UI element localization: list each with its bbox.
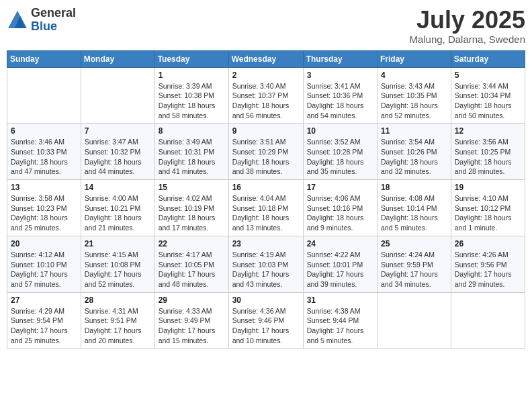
calendar-cell: 30Sunrise: 4:36 AM Sunset: 9:46 PM Dayli… — [228, 292, 303, 349]
day-number: 3 — [307, 71, 373, 80]
calendar-cell — [378, 292, 451, 349]
day-number: 8 — [159, 126, 225, 136]
day-info: Sunrise: 4:04 AM Sunset: 10:18 PM Daylig… — [232, 193, 300, 233]
calendar-cell: 9Sunrise: 3:51 AM Sunset: 10:29 PM Dayli… — [228, 124, 303, 180]
day-number: 15 — [159, 183, 225, 192]
calendar-cell: 17Sunrise: 4:06 AM Sunset: 10:16 PM Dayl… — [303, 180, 377, 236]
calendar-cell: 13Sunrise: 3:58 AM Sunset: 10:23 PM Dayl… — [7, 180, 81, 236]
day-info: Sunrise: 4:22 AM Sunset: 10:01 PM Daylig… — [307, 250, 373, 289]
calendar-cell: 12Sunrise: 3:56 AM Sunset: 10:25 PM Dayl… — [451, 124, 525, 180]
logo: General Blue — [7, 7, 76, 34]
logo-icon — [7, 9, 28, 31]
calendar-cell — [81, 67, 154, 124]
day-number: 31 — [307, 295, 373, 305]
day-info: Sunrise: 3:39 AM Sunset: 10:38 PM Daylig… — [159, 81, 225, 121]
day-info: Sunrise: 4:12 AM Sunset: 10:10 PM Daylig… — [11, 250, 77, 289]
calendar-cell: 23Sunrise: 4:19 AM Sunset: 10:03 PM Dayl… — [228, 236, 303, 292]
calendar-cell: 19Sunrise: 4:10 AM Sunset: 10:12 PM Dayl… — [451, 180, 525, 236]
day-info: Sunrise: 4:29 AM Sunset: 9:54 PM Dayligh… — [11, 306, 77, 346]
calendar-header-friday: Friday — [378, 50, 451, 67]
day-info: Sunrise: 4:33 AM Sunset: 9:49 PM Dayligh… — [159, 306, 225, 346]
day-info: Sunrise: 4:08 AM Sunset: 10:14 PM Daylig… — [381, 193, 447, 233]
day-number: 30 — [232, 295, 300, 305]
calendar-header-wednesday: Wednesday — [228, 50, 303, 67]
calendar-cell: 27Sunrise: 4:29 AM Sunset: 9:54 PM Dayli… — [7, 292, 81, 349]
day-number: 19 — [455, 183, 521, 192]
day-number: 22 — [159, 239, 225, 248]
day-info: Sunrise: 3:43 AM Sunset: 10:35 PM Daylig… — [381, 81, 447, 121]
calendar-cell: 5Sunrise: 3:44 AM Sunset: 10:34 PM Dayli… — [451, 67, 525, 124]
calendar-cell: 3Sunrise: 3:41 AM Sunset: 10:36 PM Dayli… — [303, 67, 377, 124]
day-info: Sunrise: 4:17 AM Sunset: 10:05 PM Daylig… — [159, 250, 225, 289]
calendar-header-saturday: Saturday — [451, 50, 525, 67]
day-info: Sunrise: 3:58 AM Sunset: 10:23 PM Daylig… — [11, 193, 77, 233]
day-info: Sunrise: 3:44 AM Sunset: 10:34 PM Daylig… — [455, 81, 521, 121]
day-number: 25 — [381, 239, 447, 248]
day-info: Sunrise: 3:49 AM Sunset: 10:31 PM Daylig… — [159, 137, 225, 177]
calendar-header-row: SundayMondayTuesdayWednesdayThursdayFrid… — [7, 50, 525, 67]
calendar-cell: 24Sunrise: 4:22 AM Sunset: 10:01 PM Dayl… — [303, 236, 377, 292]
calendar-header-tuesday: Tuesday — [154, 50, 228, 67]
calendar-week-row: 27Sunrise: 4:29 AM Sunset: 9:54 PM Dayli… — [7, 292, 525, 349]
calendar-cell: 4Sunrise: 3:43 AM Sunset: 10:35 PM Dayli… — [378, 67, 451, 124]
day-number: 2 — [232, 71, 300, 80]
day-number: 4 — [381, 71, 447, 80]
calendar-week-row: 13Sunrise: 3:58 AM Sunset: 10:23 PM Dayl… — [7, 180, 525, 236]
calendar-cell: 29Sunrise: 4:33 AM Sunset: 9:49 PM Dayli… — [154, 292, 228, 349]
day-info: Sunrise: 4:38 AM Sunset: 9:44 PM Dayligh… — [307, 306, 373, 346]
day-info: Sunrise: 3:56 AM Sunset: 10:25 PM Daylig… — [455, 137, 521, 177]
day-info: Sunrise: 4:31 AM Sunset: 9:51 PM Dayligh… — [85, 306, 151, 346]
calendar-header-thursday: Thursday — [303, 50, 377, 67]
day-number: 13 — [11, 183, 77, 192]
calendar-cell: 8Sunrise: 3:49 AM Sunset: 10:31 PM Dayli… — [154, 124, 228, 180]
day-info: Sunrise: 3:41 AM Sunset: 10:36 PM Daylig… — [307, 81, 373, 121]
calendar-cell: 31Sunrise: 4:38 AM Sunset: 9:44 PM Dayli… — [303, 292, 377, 349]
logo-general: General — [31, 7, 76, 20]
day-info: Sunrise: 3:46 AM Sunset: 10:33 PM Daylig… — [11, 137, 77, 177]
day-number: 10 — [307, 126, 373, 136]
calendar-cell: 22Sunrise: 4:17 AM Sunset: 10:05 PM Dayl… — [154, 236, 228, 292]
day-number: 23 — [232, 239, 300, 248]
month-year-title: July 2025 — [409, 7, 525, 34]
calendar-header-sunday: Sunday — [7, 50, 81, 67]
day-number: 5 — [455, 71, 521, 80]
day-info: Sunrise: 3:47 AM Sunset: 10:32 PM Daylig… — [85, 137, 151, 177]
day-number: 20 — [11, 239, 77, 248]
calendar-cell: 6Sunrise: 3:46 AM Sunset: 10:33 PM Dayli… — [7, 124, 81, 180]
day-number: 29 — [159, 295, 225, 305]
calendar-cell: 18Sunrise: 4:08 AM Sunset: 10:14 PM Dayl… — [378, 180, 451, 236]
day-number: 26 — [455, 239, 521, 248]
day-info: Sunrise: 4:15 AM Sunset: 10:08 PM Daylig… — [85, 250, 151, 289]
calendar-cell: 28Sunrise: 4:31 AM Sunset: 9:51 PM Dayli… — [81, 292, 154, 349]
day-info: Sunrise: 4:10 AM Sunset: 10:12 PM Daylig… — [455, 193, 521, 233]
calendar-cell: 21Sunrise: 4:15 AM Sunset: 10:08 PM Dayl… — [81, 236, 154, 292]
day-number: 6 — [11, 126, 77, 136]
day-info: Sunrise: 4:36 AM Sunset: 9:46 PM Dayligh… — [232, 306, 300, 346]
page-header: General Blue July 2025 Malung, Dalarna, … — [7, 7, 525, 45]
day-number: 18 — [381, 183, 447, 192]
day-number: 14 — [85, 183, 151, 192]
calendar-cell: 11Sunrise: 3:54 AM Sunset: 10:26 PM Dayl… — [378, 124, 451, 180]
calendar-cell: 14Sunrise: 4:00 AM Sunset: 10:21 PM Dayl… — [81, 180, 154, 236]
day-number: 1 — [159, 71, 225, 80]
day-info: Sunrise: 4:06 AM Sunset: 10:16 PM Daylig… — [307, 193, 373, 233]
calendar-cell: 25Sunrise: 4:24 AM Sunset: 9:59 PM Dayli… — [378, 236, 451, 292]
day-info: Sunrise: 4:19 AM Sunset: 10:03 PM Daylig… — [232, 250, 300, 289]
calendar-week-row: 20Sunrise: 4:12 AM Sunset: 10:10 PM Dayl… — [7, 236, 525, 292]
title-block: July 2025 Malung, Dalarna, Sweden — [409, 7, 525, 45]
day-number: 12 — [455, 126, 521, 136]
day-info: Sunrise: 4:26 AM Sunset: 9:56 PM Dayligh… — [455, 250, 521, 289]
calendar-cell — [451, 292, 525, 349]
day-number: 27 — [11, 295, 77, 305]
calendar-week-row: 6Sunrise: 3:46 AM Sunset: 10:33 PM Dayli… — [7, 124, 525, 180]
calendar-cell: 1Sunrise: 3:39 AM Sunset: 10:38 PM Dayli… — [154, 67, 228, 124]
calendar-cell: 16Sunrise: 4:04 AM Sunset: 10:18 PM Dayl… — [228, 180, 303, 236]
day-number: 9 — [232, 126, 300, 136]
calendar-cell: 7Sunrise: 3:47 AM Sunset: 10:32 PM Dayli… — [81, 124, 154, 180]
calendar-cell — [7, 67, 81, 124]
day-number: 17 — [307, 183, 373, 192]
day-info: Sunrise: 4:24 AM Sunset: 9:59 PM Dayligh… — [381, 250, 447, 289]
day-info: Sunrise: 3:40 AM Sunset: 10:37 PM Daylig… — [232, 81, 300, 121]
day-info: Sunrise: 3:51 AM Sunset: 10:29 PM Daylig… — [232, 137, 300, 177]
day-info: Sunrise: 3:54 AM Sunset: 10:26 PM Daylig… — [381, 137, 447, 177]
